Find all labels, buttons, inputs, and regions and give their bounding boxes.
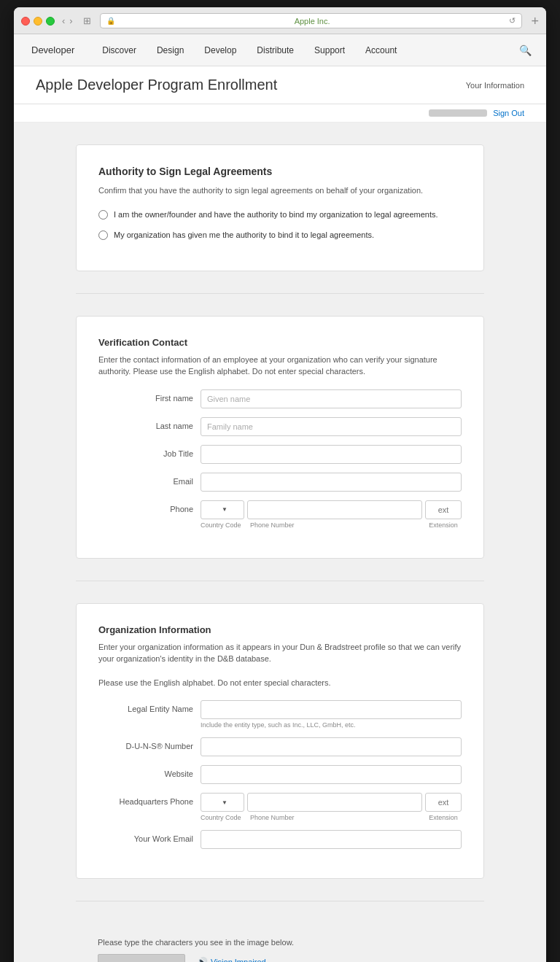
job-title-row: Job Title bbox=[98, 445, 462, 464]
authority-section: Authority to Sign Legal Agreements Confi… bbox=[76, 144, 484, 271]
nav-item-account[interactable]: Account bbox=[355, 34, 407, 66]
maximize-button[interactable] bbox=[46, 17, 55, 26]
nav-item-design[interactable]: Design bbox=[147, 34, 194, 66]
hq-phone-extension-input[interactable] bbox=[425, 793, 462, 812]
close-button[interactable] bbox=[21, 17, 30, 26]
organization-title: Organization Information bbox=[98, 624, 462, 635]
first-name-input[interactable] bbox=[201, 389, 462, 408]
nav-item-discover[interactable]: Discover bbox=[92, 34, 147, 66]
last-name-row: Last name bbox=[98, 417, 462, 436]
organization-description2: Please use the English alphabet. Do not … bbox=[98, 677, 462, 689]
verification-description: Enter the contact information of an empl… bbox=[98, 354, 462, 378]
radio-org[interactable] bbox=[98, 230, 108, 240]
nav-items: Discover Design Develop Distribute Suppo… bbox=[92, 34, 513, 66]
email-row: Email bbox=[98, 473, 462, 492]
website-input[interactable] bbox=[201, 765, 462, 784]
signout-bar: Sign Out bbox=[14, 104, 546, 123]
verification-section: Verification Contact Enter the contact i… bbox=[76, 316, 484, 559]
website-label: Website bbox=[98, 765, 193, 778]
chevron-down-icon: ▼ bbox=[222, 506, 228, 513]
first-name-label: First name bbox=[98, 389, 193, 403]
first-name-row: First name bbox=[98, 389, 462, 408]
email-input-wrap bbox=[201, 473, 462, 492]
phone-row: Phone ▼ Country Code Phone Number Extens… bbox=[98, 500, 462, 529]
back-nav-button[interactable]: ‹ bbox=[61, 15, 66, 26]
search-icon[interactable]: 🔍 bbox=[519, 44, 532, 56]
duns-row: D-U-N-S® Number bbox=[98, 737, 462, 756]
radio-owner[interactable] bbox=[98, 210, 108, 220]
hq-country-code-select[interactable]: ▼ bbox=[201, 793, 244, 812]
last-name-label: Last name bbox=[98, 417, 193, 430]
hq-phone-row: Headquarters Phone ▼ Country Code Phone … bbox=[98, 793, 462, 821]
hq-phone-input-wrap: ▼ Country Code Phone Number Extension bbox=[201, 793, 462, 821]
phone-label: Phone bbox=[98, 500, 193, 513]
lock-icon: 🔒 bbox=[106, 17, 115, 25]
main-content: Authority to Sign Legal Agreements Confi… bbox=[14, 123, 546, 962]
hq-phone-number-label: Phone Number bbox=[250, 814, 422, 821]
user-email-blurred bbox=[429, 109, 487, 117]
legal-entity-row: Legal Entity Name Include the entity typ… bbox=[98, 700, 462, 729]
hq-country-code-dropdown[interactable] bbox=[206, 798, 220, 807]
job-title-label: Job Title bbox=[98, 445, 193, 458]
section-divider-1 bbox=[76, 293, 484, 294]
first-name-input-wrap bbox=[201, 389, 462, 408]
hq-phone-label: Headquarters Phone bbox=[98, 793, 193, 806]
email-input[interactable] bbox=[201, 473, 462, 492]
job-title-input-wrap bbox=[201, 445, 462, 464]
legal-entity-input-wrap: Include the entity type, such as Inc., L… bbox=[201, 700, 462, 729]
hq-extension-label: Extension bbox=[425, 814, 462, 821]
hq-country-code-label: Country Code bbox=[201, 814, 247, 821]
nav-item-develop[interactable]: Develop bbox=[194, 34, 246, 66]
forward-nav-button[interactable]: › bbox=[68, 15, 74, 26]
captcha-prompt: Please type the characters you see in th… bbox=[98, 938, 462, 947]
website-input-wrap bbox=[201, 765, 462, 784]
website-row: Website bbox=[98, 765, 462, 784]
legal-entity-label: Legal Entity Name bbox=[98, 700, 193, 713]
duns-input[interactable] bbox=[201, 737, 462, 756]
country-code-label: Country Code bbox=[201, 521, 247, 529]
refresh-button[interactable]: ↺ bbox=[509, 16, 516, 26]
traffic-lights bbox=[21, 17, 55, 26]
page-header: Apple Developer Program Enrollment Your … bbox=[14, 66, 546, 104]
address-bar[interactable]: 🔒 Apple Inc. ↺ bbox=[100, 13, 523, 28]
nav-item-distribute[interactable]: Distribute bbox=[246, 34, 304, 66]
country-code-dropdown[interactable] bbox=[206, 505, 220, 514]
vision-impaired-label: Vision Impaired bbox=[211, 958, 266, 962]
apple-developer-nav: Developer Discover Design Develop Distri… bbox=[14, 34, 546, 66]
section-divider-2 bbox=[76, 581, 484, 581]
phone-extension-input[interactable] bbox=[425, 500, 462, 519]
radio-item-2: My organization has given me the authori… bbox=[98, 229, 462, 241]
phone-number-input[interactable] bbox=[247, 500, 422, 519]
nav-buttons: ‹ › bbox=[61, 15, 74, 26]
work-email-row: Your Work Email bbox=[98, 830, 462, 849]
radio-group: I am the owner/founder and have the auth… bbox=[98, 209, 462, 241]
vision-impaired-link[interactable]: 🔊 Vision Impaired bbox=[197, 957, 266, 962]
phone-input-wrap: ▼ Country Code Phone Number Extension bbox=[201, 500, 462, 529]
new-tab-button[interactable]: + bbox=[531, 15, 539, 28]
verification-title: Verification Contact bbox=[98, 337, 462, 348]
country-code-select[interactable]: ▼ bbox=[201, 500, 244, 519]
work-email-label: Your Work Email bbox=[98, 830, 193, 843]
captcha-content: Letters are not case sensitive 🔊 Vision … bbox=[98, 954, 462, 962]
phone-number-label: Phone Number bbox=[250, 521, 422, 529]
minimize-button[interactable] bbox=[34, 17, 42, 26]
work-email-input[interactable] bbox=[201, 830, 462, 849]
signout-link[interactable]: Sign Out bbox=[493, 109, 524, 117]
authority-title: Authority to Sign Legal Agreements bbox=[98, 166, 462, 177]
legal-entity-hint: Include the entity type, such as Inc., L… bbox=[201, 721, 462, 729]
last-name-input[interactable] bbox=[201, 417, 462, 436]
captcha-image bbox=[98, 954, 185, 962]
duns-label: D-U-N-S® Number bbox=[98, 737, 193, 750]
chevron-down-icon-2: ▼ bbox=[222, 799, 228, 806]
developer-brand[interactable]: Developer bbox=[31, 44, 74, 55]
tab-overview-button[interactable]: ⊞ bbox=[80, 15, 94, 26]
hq-phone-number-input[interactable] bbox=[247, 793, 422, 812]
work-email-input-wrap bbox=[201, 830, 462, 849]
job-title-input[interactable] bbox=[201, 445, 462, 464]
nav-item-support[interactable]: Support bbox=[304, 34, 355, 66]
captcha-options: 🔊 Vision Impaired ↺ Try another bbox=[197, 954, 266, 962]
legal-entity-input[interactable] bbox=[201, 700, 462, 719]
last-name-input-wrap bbox=[201, 417, 462, 436]
duns-input-wrap bbox=[201, 737, 462, 756]
email-label: Email bbox=[98, 473, 193, 486]
